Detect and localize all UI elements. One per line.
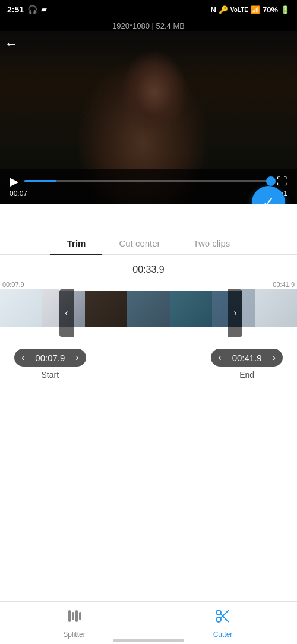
progress-track[interactable]	[24, 180, 271, 182]
trim-right-handle[interactable]: ›	[228, 289, 242, 337]
start-btn-row: ‹ 00:07.9 ›	[14, 349, 86, 367]
battery-icon: 🔋	[280, 5, 290, 14]
film-frame-4	[127, 289, 169, 327]
start-prev-button[interactable]: ‹	[21, 352, 24, 363]
tabs-row: Trim Cut center Two clips	[0, 232, 297, 255]
bottom-nav: Splitter Cutter	[0, 601, 297, 644]
sim-icon: N	[210, 5, 216, 14]
end-next-button[interactable]: ›	[273, 352, 276, 363]
signal-icon: ▰	[41, 5, 46, 14]
trim-left-handle[interactable]: ‹	[59, 289, 74, 337]
controls-section: ‹ 00:07.9 › Start ‹ 00:41.9 › End	[0, 337, 297, 386]
start-control: ‹ 00:07.9 › Start	[14, 349, 86, 380]
status-left: 2:51 🎧 ▰	[7, 5, 46, 14]
svg-rect-0	[68, 610, 71, 622]
nav-cutter-label: Cutter	[213, 630, 233, 639]
tab-cut-center-label: Cut center	[119, 238, 160, 248]
film-frame-3	[85, 289, 127, 327]
bottom-indicator	[113, 639, 184, 642]
progress-fill	[24, 180, 56, 182]
time-row: 00:07 00:51	[10, 190, 287, 198]
end-control: ‹ 00:41.9 › End	[211, 349, 283, 380]
trim-border-top	[59, 289, 242, 291]
timeline-wrapper[interactable]: ‹ ›	[0, 289, 297, 337]
left-chevron-icon: ‹	[65, 308, 68, 318]
scissors-icon	[214, 608, 231, 628]
svg-rect-2	[75, 610, 78, 622]
svg-rect-3	[79, 612, 81, 620]
nav-cutter[interactable]: Cutter	[148, 602, 297, 644]
timeline-section: 00:33.9 00:07.9 00:41.9 ‹ ›	[0, 255, 297, 337]
current-time: 00:07	[10, 190, 27, 198]
battery-text: 70%	[263, 5, 278, 14]
fullscreen-button[interactable]: ⛶	[277, 175, 287, 188]
start-label: Start	[42, 370, 59, 380]
svg-rect-1	[72, 612, 74, 620]
end-btn-row: ‹ 00:41.9 ›	[211, 349, 283, 367]
time-display: 2:51	[7, 5, 24, 14]
tabs-section: Trim Cut center Two clips	[0, 204, 297, 255]
right-chevron-icon: ›	[233, 308, 236, 318]
video-area: ← ▶ ⛶ 00:07 00:51 ✓	[0, 31, 297, 204]
back-button[interactable]: ←	[5, 36, 18, 52]
timeline-labels: 00:07.9 00:41.9	[0, 281, 297, 288]
nav-splitter[interactable]: Splitter	[0, 602, 148, 644]
tab-two-clips-label: Two clips	[194, 238, 230, 248]
check-icon: ✓	[263, 194, 274, 204]
headphone-icon: 🎧	[27, 5, 37, 14]
video-filesize: 52.4 MB	[156, 21, 185, 30]
end-label: End	[239, 370, 254, 380]
status-bar: 2:51 🎧 ▰ N 🔑 VoLTE 📶 70% 🔋	[0, 0, 297, 19]
end-time-value: 00:41.9	[226, 353, 268, 363]
current-time-display: 00:33.9	[0, 264, 297, 275]
play-button[interactable]: ▶	[10, 174, 18, 188]
start-next-button[interactable]: ›	[75, 352, 78, 363]
status-right: N 🔑 VoLTE 📶 70% 🔋	[210, 5, 290, 14]
trim-overlay-left	[0, 289, 59, 327]
tab-trim[interactable]: Trim	[50, 232, 103, 254]
video-resolution: 1920*1080	[112, 21, 150, 30]
trim-border-bottom	[59, 335, 242, 337]
wifi-icon: 📶	[251, 5, 260, 14]
start-time-value: 00:07.9	[29, 353, 71, 363]
tab-trim-label: Trim	[67, 238, 86, 248]
timeline-start-label: 00:07.9	[2, 281, 24, 288]
tab-two-clips[interactable]: Two clips	[177, 232, 247, 254]
progress-thumb	[266, 176, 276, 186]
separator: |	[150, 21, 156, 30]
end-prev-button[interactable]: ‹	[218, 352, 221, 363]
key-icon: 🔑	[219, 5, 228, 14]
progress-row: ▶ ⛶	[10, 174, 287, 188]
splitter-icon	[66, 608, 83, 628]
film-frame-5	[170, 289, 212, 327]
tab-cut-center[interactable]: Cut center	[102, 232, 176, 254]
video-header: 1920*1080 | 52.4 MB	[0, 19, 297, 31]
trim-overlay-right	[242, 289, 297, 327]
nav-splitter-label: Splitter	[63, 630, 85, 639]
timeline-end-label: 00:41.9	[273, 281, 295, 288]
volte-icon: VoLTE	[230, 7, 248, 13]
